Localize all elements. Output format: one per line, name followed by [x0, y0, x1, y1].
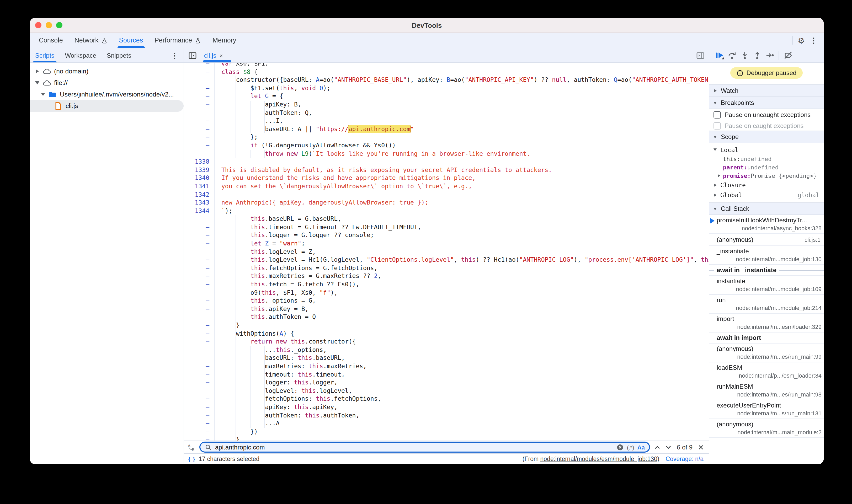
tree-item-file-[interactable]: file:// [30, 77, 184, 89]
call-stack-frame[interactable]: (anonymous)node:internal/m...es/run_main… [709, 343, 824, 362]
scope-section-closure[interactable]: Closure [709, 180, 824, 190]
close-search-icon[interactable] [697, 444, 705, 451]
gutter-dash[interactable]: – [184, 338, 215, 346]
tree-expand-icon[interactable] [34, 69, 40, 73]
section-watch[interactable]: Watch [709, 85, 824, 97]
step-into-icon[interactable] [739, 50, 750, 61]
close-window-button[interactable] [35, 22, 41, 28]
source-origin-link[interactable]: node:internal/modules/esm/module_job:130 [540, 456, 657, 462]
checkbox[interactable] [713, 111, 721, 118]
toggle-debugger-sidebar-icon[interactable] [696, 51, 705, 59]
gutter-dash[interactable]: – [184, 411, 215, 419]
call-stack-frame[interactable]: instantiatenode:internal/m...module_job:… [709, 276, 824, 295]
gutter-dash[interactable]: – [184, 264, 215, 272]
search-mode-icon[interactable]: AB [187, 443, 196, 451]
frame-location[interactable]: node:internal/m...module_job:214 [709, 304, 824, 311]
gutter-dash[interactable]: – [184, 313, 215, 322]
scope-section-global[interactable]: Globalglobal [709, 190, 824, 200]
tree-item-cli-js[interactable]: cli.js [30, 100, 184, 112]
gutter-dash[interactable]: – [184, 109, 215, 117]
frame-location[interactable]: node:internal/m...module_job:109 [709, 285, 824, 293]
gutter-dash[interactable]: – [184, 322, 215, 330]
hide-navigator-icon[interactable] [188, 51, 197, 59]
gutter-dash[interactable]: – [184, 387, 215, 395]
close-tab-icon[interactable]: × [219, 52, 223, 58]
zoom-window-button[interactable] [56, 22, 63, 28]
call-stack-frame[interactable]: executeUserEntryPointnode:internal/m...s… [709, 400, 824, 419]
tree-item--no-domain-[interactable]: (no domain) [30, 66, 184, 77]
gutter-dash[interactable]: – [184, 240, 215, 248]
gutter-dash[interactable]: – [184, 223, 215, 232]
coverage-link[interactable]: Coverage: n/a [666, 456, 704, 462]
call-stack-frame[interactable]: promiseInitHookWithDestroyTr...node:inte… [709, 215, 824, 234]
gutter-dash[interactable]: – [184, 133, 215, 142]
tree-collapse-icon[interactable] [40, 93, 46, 96]
scope-variable-this[interactable]: this: undefined [709, 155, 824, 163]
call-stack-frame[interactable]: _instantiatenode:internal/m...module_job… [709, 246, 824, 265]
gutter-dash[interactable]: – [184, 379, 215, 387]
gutter-line-number[interactable]: 1339 [184, 166, 215, 174]
gutter-line-number[interactable]: 1338 [184, 158, 215, 166]
gutter-dash[interactable]: – [184, 117, 215, 125]
scope-variable-promise[interactable]: promise: Promise {<pending>} [709, 172, 824, 180]
frame-location[interactable]: node:internal/async_hooks:328 [709, 224, 824, 232]
frame-location[interactable]: node:internal/m...s/run_main:131 [709, 410, 824, 417]
gutter-line-number[interactable]: 1342 [184, 191, 215, 199]
gutter-dash[interactable]: – [184, 101, 215, 109]
gutter-line-number[interactable]: 1340 [184, 174, 215, 182]
match-case-toggle[interactable]: Aa [637, 444, 645, 450]
frame-location[interactable]: node:internal/m...module_job:130 [709, 255, 824, 263]
gutter-dash[interactable]: – [184, 150, 215, 158]
navigator-more-icon[interactable]: ⋮ [171, 48, 184, 62]
scope-section-local[interactable]: Local [709, 145, 824, 155]
gutter-dash[interactable]: – [184, 419, 215, 428]
step-out-icon[interactable] [751, 50, 763, 61]
gutter-dash[interactable]: – [184, 330, 215, 338]
gutter-dash[interactable]: – [184, 85, 215, 93]
tab-sources[interactable]: Sources [113, 33, 149, 48]
frame-location[interactable]: node:internal/p.../esm_loader:34 [709, 372, 824, 379]
more-vert-icon[interactable]: ⋮ [810, 37, 817, 44]
gutter-dash[interactable]: – [184, 232, 215, 240]
frame-location[interactable]: node:internal/m...esm/loader:329 [709, 323, 824, 330]
next-match-icon[interactable] [665, 444, 672, 451]
editor-tab-clijs[interactable]: cli.js × [200, 48, 227, 62]
gutter-dash[interactable]: – [184, 256, 215, 264]
gutter-dash[interactable]: – [184, 272, 215, 281]
gutter-dash[interactable]: – [184, 281, 215, 289]
navigator-tab-snippets[interactable]: Snippets [102, 48, 137, 62]
tree-item-users-jinhuilee-nvm-versions-node-v2-[interactable]: Users/jinhuilee/.nvm/versions/node/v2... [30, 89, 184, 100]
gutter-dash[interactable]: – [184, 346, 215, 354]
call-stack-frame[interactable]: (anonymous)node:internal/m...main_module… [709, 419, 824, 438]
tab-performance[interactable]: Performance [149, 33, 207, 48]
section-scope[interactable]: Scope [709, 131, 824, 143]
gutter-dash[interactable]: – [184, 125, 215, 133]
gutter-dash[interactable]: – [184, 76, 215, 84]
settings-icon[interactable]: ⚙ [798, 36, 805, 44]
navigator-tab-scripts[interactable]: Scripts [30, 48, 59, 62]
gutter-dash[interactable]: – [184, 93, 215, 101]
gutter-dash[interactable]: – [184, 297, 215, 305]
gutter-dash[interactable]: – [184, 436, 215, 440]
call-stack-frame[interactable]: runMainESMnode:internal/m...es/run_main:… [709, 381, 824, 400]
step-over-icon[interactable] [726, 50, 738, 61]
gutter-dash[interactable]: – [184, 395, 215, 403]
gutter-dash[interactable]: – [184, 305, 215, 313]
tree-collapse-icon[interactable] [34, 81, 40, 85]
gutter-dash[interactable]: – [184, 63, 215, 68]
frame-location[interactable]: node:internal/m...es/run_main:99 [709, 353, 824, 360]
gutter-line-number[interactable]: 1344 [184, 207, 215, 215]
tab-network[interactable]: Network [69, 33, 113, 48]
regex-toggle[interactable]: (.*) [627, 444, 634, 450]
gutter-dash[interactable]: – [184, 362, 215, 371]
gutter-line-number[interactable]: 1341 [184, 182, 215, 191]
chevron-right-icon[interactable] [718, 174, 723, 177]
tab-console[interactable]: Console [33, 33, 69, 48]
pretty-print-icon[interactable]: { } [188, 456, 196, 462]
scope-variable-parent[interactable]: parent: undefined [709, 163, 824, 172]
gutter-dash[interactable]: – [184, 428, 215, 436]
search-input[interactable] [215, 444, 613, 451]
call-stack-frame[interactable]: importnode:internal/m...esm/loader:329 [709, 313, 824, 332]
gutter-dash[interactable]: – [184, 215, 215, 223]
gutter-line-number[interactable]: 1343 [184, 199, 215, 207]
